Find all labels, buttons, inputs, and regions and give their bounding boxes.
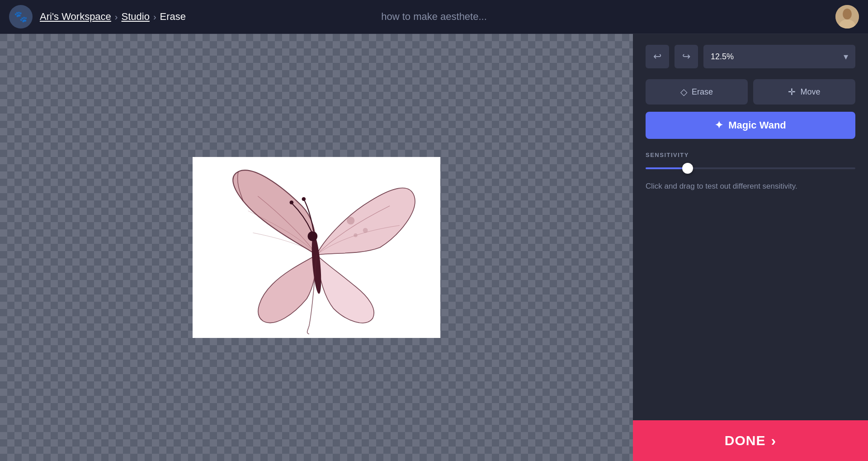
- sensitivity-hint: Click and drag to test out different sen…: [646, 180, 855, 192]
- magic-wand-icon: ✦: [715, 119, 723, 131]
- tool-buttons: ◇ Erase ✛ Move: [646, 79, 855, 105]
- breadcrumb-studio[interactable]: Studio: [122, 11, 150, 23]
- header: 🐾 Ari's Workspace › Studio › Erase how t…: [0, 0, 868, 34]
- svg-point-8: [363, 228, 368, 233]
- slider-fill: [646, 167, 688, 169]
- done-label: DONE: [725, 433, 766, 448]
- svg-point-1: [843, 9, 852, 19]
- zoom-value: 12.5%: [711, 52, 734, 62]
- done-button[interactable]: DONE ›: [633, 420, 868, 461]
- erase-label: Erase: [692, 87, 713, 97]
- svg-point-4: [308, 231, 318, 241]
- breadcrumb: Ari's Workspace › Studio › Erase: [40, 11, 186, 23]
- svg-point-6: [302, 197, 306, 201]
- workspace-logo: 🐾: [9, 5, 33, 29]
- toolbar-row: ↩ ↪ 12.5% ▾: [646, 45, 855, 68]
- redo-icon: ↪: [682, 51, 690, 62]
- move-tool-button[interactable]: ✛ Move: [753, 79, 855, 105]
- image-canvas: [193, 157, 440, 338]
- user-avatar[interactable]: [835, 5, 859, 29]
- zoom-selector[interactable]: 12.5% ▾: [703, 45, 855, 68]
- move-icon: ✛: [788, 86, 796, 97]
- butterfly-image: [193, 157, 440, 338]
- erase-tool-button[interactable]: ◇ Erase: [646, 79, 748, 105]
- right-panel: ↩ ↪ 12.5% ▾ ◇ Erase ✛ Move: [633, 34, 868, 461]
- undo-icon: ↩: [653, 51, 661, 62]
- erase-icon: ◇: [680, 86, 687, 97]
- magic-wand-label: Magic Wand: [728, 119, 786, 131]
- slider-thumb[interactable]: [682, 163, 693, 174]
- svg-point-9: [354, 233, 358, 238]
- sensitivity-slider-container[interactable]: [646, 167, 855, 169]
- done-arrow-icon: ›: [771, 432, 777, 449]
- header-title: how to make aesthete...: [381, 11, 487, 23]
- undo-button[interactable]: ↩: [646, 45, 669, 68]
- move-label: Move: [800, 87, 820, 97]
- breadcrumb-current: Erase: [160, 11, 186, 23]
- panel-content: ↩ ↪ 12.5% ▾ ◇ Erase ✛ Move: [633, 34, 868, 420]
- magic-wand-button[interactable]: ✦ Magic Wand: [646, 112, 855, 139]
- zoom-chevron-icon: ▾: [844, 51, 848, 62]
- main-content: ↩ ↪ 12.5% ▾ ◇ Erase ✛ Move: [0, 34, 868, 461]
- svg-point-5: [290, 200, 294, 204]
- svg-point-7: [347, 217, 354, 224]
- breadcrumb-sep-1: ›: [115, 12, 118, 22]
- sensitivity-label: SENSITIVITY: [646, 152, 855, 158]
- slider-track: [646, 167, 855, 169]
- canvas-area[interactable]: [0, 34, 633, 461]
- breadcrumb-workspace[interactable]: Ari's Workspace: [40, 11, 111, 23]
- redo-button[interactable]: ↪: [675, 45, 698, 68]
- breadcrumb-sep-2: ›: [153, 12, 156, 22]
